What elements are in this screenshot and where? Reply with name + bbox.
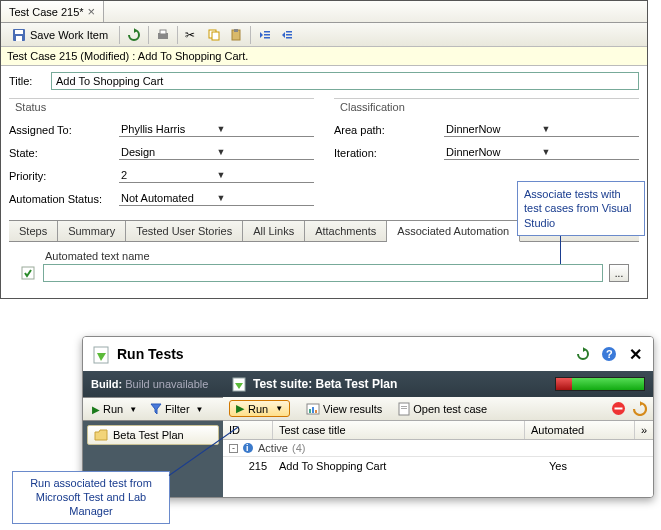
col-title[interactable]: Test case title	[273, 421, 525, 439]
progress-bar	[555, 377, 645, 391]
close-icon[interactable]: ×	[88, 4, 96, 19]
group-name: Active	[258, 442, 288, 454]
assigned-to-label: Assigned To:	[9, 124, 119, 136]
svg-rect-7	[212, 32, 219, 40]
assigned-to-combo[interactable]: Phyllis Harris▼	[119, 123, 314, 137]
play-icon: ▶	[236, 402, 244, 415]
filter-button[interactable]: Filter▼	[146, 402, 207, 416]
svg-rect-14	[286, 34, 292, 36]
toolbar: Save Work Item ✂	[1, 23, 647, 47]
filter-icon	[150, 403, 162, 415]
tab-tested-user-stories[interactable]: Tested User Stories	[126, 221, 243, 241]
iteration-combo[interactable]: DinnerNow▼	[444, 146, 639, 160]
priority-label: Priority:	[9, 170, 119, 182]
save-button[interactable]: Save Work Item	[5, 25, 115, 45]
save-label: Save Work Item	[30, 29, 108, 41]
state-label: State:	[9, 147, 119, 159]
work-item-window: Test Case 215* × Save Work Item ✂ Test C…	[0, 0, 648, 299]
status-legend: Status	[11, 101, 50, 113]
cut-button[interactable]: ✂	[182, 25, 202, 45]
chevron-down-icon: ▼	[217, 193, 313, 203]
help-button[interactable]: ?	[599, 344, 619, 364]
associated-automation-panel: Automated text name ...	[9, 242, 639, 294]
svg-text:✂: ✂	[185, 28, 195, 42]
indent-button[interactable]	[277, 25, 297, 45]
svg-rect-15	[286, 37, 292, 39]
collapse-icon[interactable]: -	[229, 444, 238, 453]
tab-summary[interactable]: Summary	[58, 221, 126, 241]
run-right-pane: Test suite: Beta Test Plan ▶Run▼ View re…	[223, 371, 653, 497]
chevron-down-icon: ▼	[196, 405, 204, 414]
block-icon[interactable]	[611, 401, 626, 416]
chevron-down-icon: ▼	[217, 147, 313, 157]
left-toolbar: ▶Run▼ Filter▼	[83, 397, 223, 421]
run-button-left[interactable]: ▶Run▼	[87, 401, 142, 417]
svg-rect-27	[401, 408, 407, 409]
table-row[interactable]: 215 Add To Shopping Cart Yes	[223, 457, 653, 475]
tab-steps[interactable]: Steps	[9, 221, 58, 241]
svg-rect-12	[264, 37, 270, 39]
document-tab[interactable]: Test Case 215* ×	[1, 1, 104, 22]
reset-icon[interactable]	[632, 401, 647, 416]
refresh-button[interactable]	[573, 344, 593, 364]
view-results-button[interactable]: View results	[306, 403, 382, 415]
close-button[interactable]: ✕	[625, 344, 645, 364]
separator	[119, 26, 120, 44]
browse-button[interactable]: ...	[609, 264, 629, 282]
run-tests-title: Run Tests	[117, 346, 567, 362]
automated-test-name-input[interactable]	[43, 264, 603, 282]
automated-test-name-label: Automated text name	[45, 250, 629, 262]
chevron-down-icon: ▼	[542, 147, 638, 157]
play-icon: ▶	[92, 404, 100, 415]
copy-icon	[207, 28, 221, 42]
svg-rect-22	[309, 409, 311, 413]
tab-all-links[interactable]: All Links	[243, 221, 305, 241]
plan-item-label: Beta Test Plan	[113, 429, 184, 441]
col-expand[interactable]: »	[635, 421, 653, 439]
tab-attachments[interactable]: Attachments	[305, 221, 387, 241]
document-tab-bar: Test Case 215* ×	[1, 1, 647, 23]
refresh-button[interactable]	[124, 25, 144, 45]
state-combo[interactable]: Design▼	[119, 146, 314, 160]
callout-associate: Associate tests with test cases from Vis…	[517, 181, 645, 236]
separator	[148, 26, 149, 44]
outdent-button[interactable]	[255, 25, 275, 45]
test-plan-item[interactable]: Beta Test Plan	[87, 425, 219, 445]
chevron-down-icon: ▼	[217, 170, 313, 180]
tab-title: Test Case 215*	[9, 6, 84, 18]
col-id[interactable]: ID	[223, 421, 273, 439]
scissors-icon: ✂	[185, 28, 199, 42]
grid-header: ID Test case title Automated »	[223, 421, 653, 440]
svg-rect-2	[16, 36, 22, 41]
group-row[interactable]: - i Active (4)	[223, 440, 653, 457]
priority-combo[interactable]: 2▼	[119, 169, 314, 183]
title-input[interactable]	[51, 72, 639, 90]
print-button[interactable]	[153, 25, 173, 45]
outdent-icon	[258, 28, 272, 42]
right-toolbar: ▶Run▼ View results Open test case	[223, 397, 653, 421]
separator	[177, 26, 178, 44]
title-label: Title:	[9, 75, 43, 87]
separator	[250, 26, 251, 44]
run-button-right[interactable]: ▶Run▼	[229, 400, 290, 417]
svg-rect-10	[264, 31, 270, 33]
chevron-down-icon: ▼	[275, 404, 283, 413]
indent-icon	[280, 28, 294, 42]
svg-rect-29	[615, 408, 623, 410]
copy-button[interactable]	[204, 25, 224, 45]
paste-button[interactable]	[226, 25, 246, 45]
iteration-label: Iteration:	[334, 147, 444, 159]
build-label: Build:	[91, 378, 122, 390]
build-bar: Build: Build unavailable	[83, 371, 223, 397]
area-combo[interactable]: DinnerNow▼	[444, 123, 639, 137]
help-icon: ?	[601, 346, 617, 362]
col-automated[interactable]: Automated	[525, 421, 635, 439]
chevron-down-icon: ▼	[542, 124, 638, 134]
open-test-case-button[interactable]: Open test case	[398, 402, 487, 416]
status-active-icon: i	[242, 442, 254, 454]
suite-title: Test suite: Beta Test Plan	[253, 377, 549, 391]
tab-associated-automation[interactable]: Associated Automation	[387, 221, 520, 242]
svg-rect-13	[286, 31, 292, 33]
automation-status-combo[interactable]: Not Automated▼	[119, 192, 314, 206]
svg-rect-24	[315, 410, 317, 413]
